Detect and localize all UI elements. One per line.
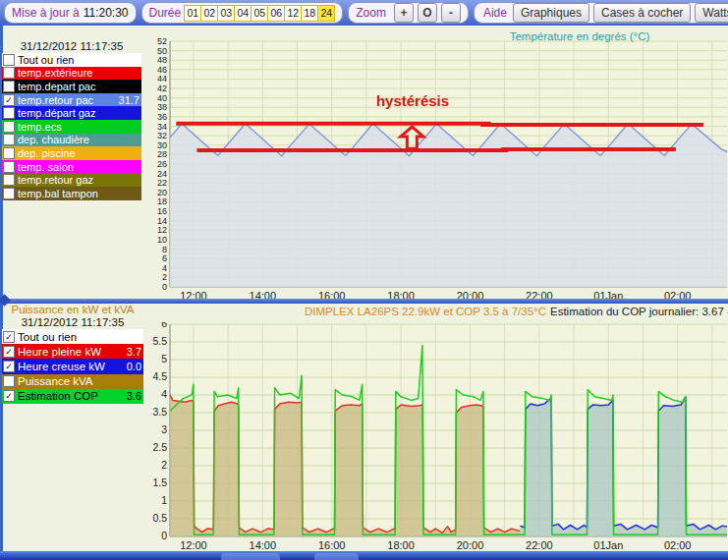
svg-text:14:00: 14:00 [250,539,277,551]
legend-checkbox[interactable] [3,67,15,79]
duration-option-03[interactable]: 03 [217,5,235,22]
legend-checkbox[interactable]: ✓ [3,94,15,106]
legend-row-temp-ext-rieure[interactable]: temp.extérieure [2,67,141,81]
legend-checkbox[interactable] [3,147,15,159]
legend-row-puissance-kva[interactable]: Puissance kVA [2,374,143,389]
duration-option-24[interactable]: 24 [317,5,335,22]
duration-boxes: 010203040506121824 [185,5,335,22]
legend-row-estimation-cop[interactable]: ✓Estimation COP3.6 [2,389,143,404]
duration-option-12[interactable]: 12 [284,5,302,22]
legend-label: temp.bal tampon [18,188,141,199]
svg-text:1: 1 [161,494,167,506]
legend-checkbox[interactable] [3,121,15,133]
zoom-label: Zoom [356,6,386,20]
taskbar-blob [221,553,280,560]
legend-label: Heure creuse kW [18,361,127,372]
duration-option-06[interactable]: 06 [267,5,285,22]
legend-row-temp-retour-pac[interactable]: ✓temp.retour pac31.7 [2,93,141,107]
legend-value: 3.6 [127,390,143,402]
zoom-buttons: +O- [390,3,461,23]
svg-text:4: 4 [162,263,167,273]
svg-text:18:00: 18:00 [387,539,415,551]
svg-text:12: 12 [157,225,167,235]
legend-row-heure-pleine-kw[interactable]: ✓Heure pleine kW3.7 [2,344,143,359]
duration-group: Durée 010203040506121824 [141,2,344,24]
toolbar-button-aide[interactable]: Aide [483,6,507,20]
svg-text:0.5: 0.5 [152,512,167,524]
legend-checkbox[interactable] [3,107,15,119]
toolbar-button-watts-ou-volts-amp-res[interactable]: Watts ou Volts Ampères [695,3,728,23]
legend-row-tout-ou-rien[interactable]: ✓Tout ou rien [2,329,143,344]
legend-checkbox[interactable] [3,161,15,173]
legend-value: 0.0 [127,361,143,372]
taskbar-blob [314,553,359,560]
svg-text:0: 0 [161,530,167,541]
svg-text:36: 36 [157,112,167,122]
svg-text:18: 18 [157,196,167,206]
svg-text:38: 38 [157,102,167,112]
legend-checkbox[interactable]: ✓ [3,361,15,372]
svg-text:2.5: 2.5 [152,441,167,453]
svg-text:1.5: 1.5 [152,476,167,488]
legend-checkbox[interactable]: ✓ [3,390,15,402]
legend-row-dep-piscine[interactable]: dep. piscine [2,146,141,160]
legend-row-temp-retour-gaz[interactable]: temp.retour gaz [2,173,141,187]
legend-row-temp-depart-pac[interactable]: temp.depart pac [2,80,141,93]
duration-option-05[interactable]: 05 [251,5,268,22]
svg-text:5: 5 [161,353,167,364]
svg-text:4.5: 4.5 [152,370,167,382]
power-legend-title: Puissance en kW et kVA [2,304,143,316]
power-timestamp: 31/12/2012 11:17:35 [2,316,143,329]
legend-label: temp. salon [18,161,141,173]
legend-row-heure-creuse-kw[interactable]: ✓Heure creuse kW0.0 [2,359,143,373]
legend-checkbox[interactable] [3,134,15,145]
svg-text:24: 24 [157,169,167,179]
legend-label: temp.retour gaz [18,174,141,186]
duration-option-18[interactable]: 18 [301,5,318,22]
svg-text:16:00: 16:00 [318,539,346,551]
toolbar-button-cases-cocher[interactable]: Cases à cocher [593,3,691,23]
cop-estimation-title: Estimation du COP journalier: 3.67 - [550,306,728,317]
zoom-out-button[interactable]: - [441,3,461,23]
legend-row-temp-bal-tampon[interactable]: temp.bal tampon [2,187,141,200]
toolbar-button-graphiques[interactable]: Graphiques [513,3,589,23]
duration-option-04[interactable]: 04 [234,5,252,22]
duration-option-01[interactable]: 01 [184,5,201,22]
legend-row-temp-ecs[interactable]: temp.ecs [2,120,141,134]
legend-row-temp-d-part-gaz[interactable]: temp.départ gaz [2,106,141,120]
svg-text:6: 6 [162,253,167,263]
legend-row-dep-chaudi-re[interactable]: dep. chaudière [2,134,141,147]
legend-label: temp.depart pac [18,81,141,92]
svg-text:2: 2 [161,459,167,471]
legend-checkbox[interactable]: ✓ [3,346,15,358]
temperature-chart: 0246810121416182022242628303234363840424… [145,28,728,303]
power-legend: Puissance en kW et kVA 31/12/2012 11:17:… [2,304,143,404]
legend-checkbox[interactable] [3,174,15,186]
legend-label: temp.ecs [18,121,141,133]
svg-text:52: 52 [157,36,167,46]
svg-text:34: 34 [157,122,167,132]
power-chart: 00.511.522.533.544.555.5612:0014:0016:00… [145,322,728,558]
legend-label: temp.extérieure [18,67,141,79]
zoom-reset-button[interactable]: O [418,3,437,23]
svg-text:02:00: 02:00 [664,539,692,551]
svg-text:3: 3 [161,423,167,435]
update-label: Mise à jour à [12,6,80,20]
legend-checkbox[interactable] [3,375,15,387]
menu-group: AideGraphiquesCases à cocherWatts ou Vol… [474,2,728,24]
zoom-in-button[interactable]: + [394,3,414,23]
legend-checkbox[interactable]: ✓ [3,331,15,343]
legend-checkbox[interactable] [3,188,15,199]
update-time: 11:20:30 [84,6,129,20]
svg-text:26: 26 [157,159,167,169]
svg-text:32: 32 [157,131,167,140]
svg-text:28: 28 [157,149,167,159]
taskbar-strip [0,551,728,560]
legend-checkbox[interactable] [3,81,15,92]
legend-checkbox[interactable] [3,54,15,66]
duration-option-02[interactable]: 02 [200,5,218,22]
svg-text:50: 50 [157,46,167,56]
svg-text:20: 20 [157,188,167,197]
legend-row-temp-salon[interactable]: temp. salon [2,160,141,174]
legend-row-tout-ou-rien[interactable]: Tout ou rien [2,53,141,67]
